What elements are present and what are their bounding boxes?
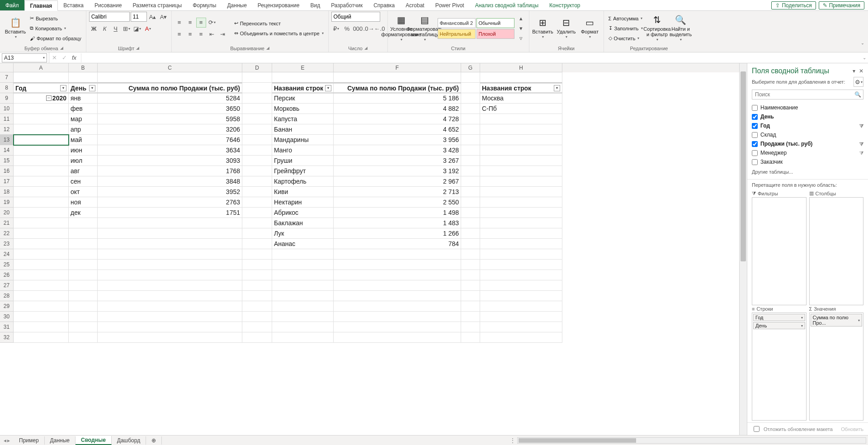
cell-F27[interactable] bbox=[334, 280, 461, 291]
cell-C24[interactable] bbox=[98, 249, 242, 260]
paste-button[interactable]: 📋 Вставить▾ bbox=[5, 14, 26, 43]
cell-C11[interactable]: 5958 bbox=[98, 114, 242, 124]
cell-D32[interactable] bbox=[242, 332, 272, 343]
cell-E17[interactable]: Картофель bbox=[272, 176, 334, 187]
cell-G19[interactable] bbox=[461, 197, 480, 208]
cell-B19[interactable]: ноя bbox=[69, 197, 98, 208]
tab-formulas[interactable]: Формулы bbox=[187, 0, 222, 10]
cell-D8[interactable] bbox=[242, 83, 272, 93]
cell-B26[interactable] bbox=[69, 270, 98, 280]
row-header[interactable]: 7 bbox=[0, 72, 14, 83]
cell-A16[interactable] bbox=[14, 166, 69, 176]
field-search-input[interactable] bbox=[754, 91, 854, 98]
cell-B7[interactable] bbox=[69, 72, 98, 83]
row-header[interactable]: 11 bbox=[0, 114, 14, 124]
cell-A18[interactable] bbox=[14, 187, 69, 197]
cell-A28[interactable] bbox=[14, 291, 69, 301]
autosum-button[interactable]: ΣАвтосумма▾ bbox=[607, 14, 645, 23]
sort-filter-button[interactable]: ⇅Сортировка и фильтр▾ bbox=[646, 14, 668, 43]
cell-E16[interactable]: Грейпфрут bbox=[272, 166, 334, 176]
align-top-icon[interactable]: ≡ bbox=[175, 18, 184, 28]
cell-B16[interactable]: авг bbox=[69, 166, 98, 176]
styles-scroll-down-icon[interactable]: ▾ bbox=[516, 24, 526, 33]
row-header[interactable]: 29 bbox=[0, 301, 14, 312]
cell-C13[interactable]: 7646 bbox=[98, 135, 242, 145]
cell-B14[interactable]: июн bbox=[69, 145, 98, 156]
format-painter-button[interactable]: 🖌Формат по образцу bbox=[28, 34, 83, 43]
cell-G15[interactable] bbox=[461, 156, 480, 166]
cell-F17[interactable]: 2 967 bbox=[334, 176, 461, 187]
cell-A26[interactable] bbox=[14, 270, 69, 280]
field-checkbox[interactable] bbox=[752, 123, 758, 129]
cell-F24[interactable] bbox=[334, 249, 461, 260]
sheet-tab-example[interactable]: Пример bbox=[14, 436, 45, 445]
cell-C31[interactable] bbox=[98, 322, 242, 332]
sheet-tab-pivots[interactable]: Сводные bbox=[75, 436, 112, 445]
styles-more-icon[interactable]: ▿ bbox=[516, 33, 526, 43]
cell-H24[interactable] bbox=[480, 249, 562, 260]
cell-H9[interactable]: Москва bbox=[480, 93, 562, 104]
cell-H10[interactable]: С-Пб bbox=[480, 104, 562, 114]
cell-G24[interactable] bbox=[461, 249, 480, 260]
style-bad[interactable]: Плохой bbox=[476, 29, 514, 39]
cell-C10[interactable]: 3650 bbox=[98, 104, 242, 114]
cell-E21[interactable]: Баклажан bbox=[272, 218, 334, 228]
area-row-item[interactable]: День▾ bbox=[753, 322, 805, 329]
indent-increase-icon[interactable]: ⇥ bbox=[218, 29, 228, 39]
cell-B18[interactable]: окт bbox=[69, 187, 98, 197]
field-checkbox[interactable] bbox=[752, 132, 758, 138]
sheet-tab-dashboard[interactable]: Дашборд bbox=[112, 436, 146, 445]
cell-H17[interactable] bbox=[480, 176, 562, 187]
cell-D22[interactable] bbox=[242, 228, 272, 239]
cell-E19[interactable]: Нектарин bbox=[272, 197, 334, 208]
cell-H11[interactable] bbox=[480, 114, 562, 124]
cell-A13[interactable] bbox=[14, 135, 69, 145]
cell-B25[interactable] bbox=[69, 260, 98, 270]
cell-F14[interactable]: 3 428 bbox=[334, 145, 461, 156]
cell-G26[interactable] bbox=[461, 270, 480, 280]
cell-G12[interactable] bbox=[461, 124, 480, 135]
row-header[interactable]: 15 bbox=[0, 156, 14, 166]
defer-layout-checkbox[interactable] bbox=[754, 426, 760, 432]
increase-font-icon[interactable]: A▴ bbox=[148, 12, 158, 22]
tab-developer[interactable]: Разработчик bbox=[326, 0, 368, 10]
cell-H8[interactable]: Названия строк▾ bbox=[480, 83, 562, 93]
comments-button[interactable]: ✎Примечания bbox=[819, 1, 864, 9]
cell-D20[interactable] bbox=[242, 208, 272, 218]
cell-G27[interactable] bbox=[461, 280, 480, 291]
delete-cells-button[interactable]: ⊟Удалить▾ bbox=[556, 14, 577, 43]
font-color-icon[interactable]: A▾ bbox=[143, 24, 153, 33]
cell-C29[interactable] bbox=[98, 301, 242, 312]
row-header[interactable]: 28 bbox=[0, 291, 14, 301]
row-header[interactable]: 8 bbox=[0, 83, 14, 93]
cell-B12[interactable]: апр bbox=[69, 124, 98, 135]
cell-A12[interactable] bbox=[14, 124, 69, 135]
cell-E15[interactable]: Груши bbox=[272, 156, 334, 166]
name-box[interactable]: A13▾ bbox=[2, 53, 47, 62]
wrap-text-button[interactable]: ↩Переносить текст bbox=[232, 19, 326, 28]
row-header[interactable]: 26 bbox=[0, 270, 14, 280]
cell-B29[interactable] bbox=[69, 301, 98, 312]
cell-B8[interactable]: День▾ bbox=[69, 83, 98, 93]
cell-H19[interactable] bbox=[480, 197, 562, 208]
cell-G11[interactable] bbox=[461, 114, 480, 124]
cell-F30[interactable] bbox=[334, 312, 461, 322]
new-sheet-button[interactable]: ⊕ bbox=[146, 436, 162, 445]
tab-review[interactable]: Рецензирование bbox=[252, 0, 305, 10]
row-header[interactable]: 30 bbox=[0, 312, 14, 322]
cell-C20[interactable]: 1751 bbox=[98, 208, 242, 218]
field-checkbox[interactable] bbox=[752, 159, 758, 165]
cell-A11[interactable] bbox=[14, 114, 69, 124]
row-header[interactable]: 25 bbox=[0, 260, 14, 270]
row-header[interactable]: 14 bbox=[0, 145, 14, 156]
cell-A27[interactable] bbox=[14, 280, 69, 291]
cell-A10[interactable] bbox=[14, 104, 69, 114]
cell-A25[interactable] bbox=[14, 260, 69, 270]
cell-A22[interactable] bbox=[14, 228, 69, 239]
field-checkbox[interactable] bbox=[752, 141, 758, 147]
cell-D14[interactable] bbox=[242, 145, 272, 156]
tab-acrobat[interactable]: Acrobat bbox=[400, 0, 429, 10]
number-format-combo[interactable] bbox=[331, 12, 380, 22]
align-center-icon[interactable]: ≡ bbox=[185, 29, 195, 39]
cell-F7[interactable] bbox=[334, 72, 461, 83]
